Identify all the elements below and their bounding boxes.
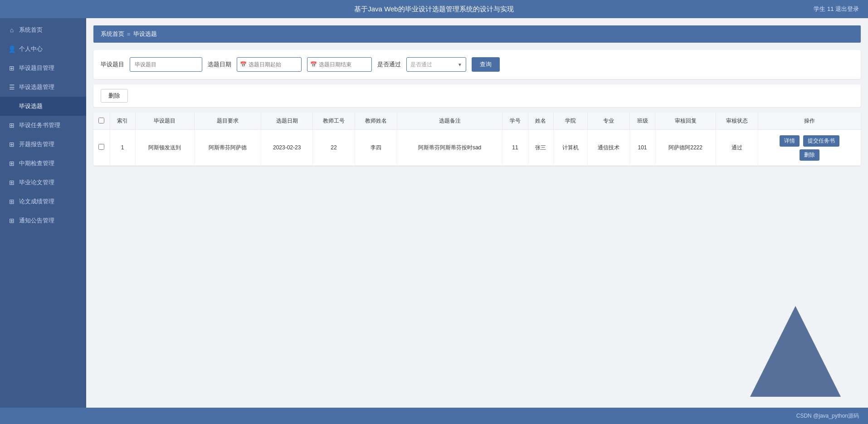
cell-requirement: 阿斯蒂芬阿萨德 bbox=[194, 130, 261, 166]
sidebar-item-thesis-mgmt[interactable]: ⊞ 毕业论文管理 bbox=[0, 173, 86, 192]
col-student-name: 姓名 bbox=[528, 113, 553, 130]
cell-topic: 阿斯顿发送到 bbox=[135, 130, 194, 166]
footer-text: CSDN @java_python源码 bbox=[796, 412, 859, 420]
calendar-icon-end: 📅 bbox=[310, 61, 317, 68]
breadcrumb-separator: ≡ bbox=[127, 31, 131, 38]
sidebar-item-home[interactable]: ⌂ 系统首页 bbox=[0, 20, 86, 39]
sidebar-item-profile[interactable]: 👤 个人中心 bbox=[0, 39, 86, 59]
person-icon: 👤 bbox=[8, 45, 15, 53]
col-requirement: 题目要求 bbox=[194, 113, 261, 130]
cell-review-status: 通过 bbox=[716, 130, 758, 166]
cell-remark: 阿斯蒂芬阿斯蒂芬按时sad bbox=[397, 130, 502, 166]
footer: CSDN @java_python源码 bbox=[0, 408, 868, 424]
col-date: 选题日期 bbox=[261, 113, 312, 130]
grid-icon-1: ⊞ bbox=[8, 64, 15, 72]
submit-task-button[interactable]: 提交任务书 bbox=[803, 135, 839, 147]
row-delete-button[interactable]: 删除 bbox=[800, 149, 819, 161]
cell-student-id: 11 bbox=[502, 130, 528, 166]
cell-review-reply: 阿萨德阿2222 bbox=[655, 130, 716, 166]
cell-major: 通信技术 bbox=[587, 130, 629, 166]
detail-button[interactable]: 详情 bbox=[780, 135, 800, 147]
bar-icon: ⊞ bbox=[8, 198, 15, 205]
col-remark: 选题备注 bbox=[397, 113, 502, 130]
batch-delete-button[interactable]: 删除 bbox=[101, 89, 128, 103]
table-header-row: 索引 毕设题目 题目要求 选题日期 教师工号 教师姓名 选题备注 学号 姓名 学… bbox=[93, 113, 861, 130]
row-checkbox[interactable] bbox=[98, 144, 104, 150]
pass-select[interactable]: 是否通过 是 否 bbox=[407, 58, 466, 71]
sidebar-label-midterm-mgmt: 中期检查管理 bbox=[19, 159, 54, 168]
triangle-decoration bbox=[750, 306, 841, 397]
cell-class: 101 bbox=[629, 130, 655, 166]
col-major: 专业 bbox=[587, 113, 629, 130]
col-review-status: 审核状态 bbox=[716, 113, 758, 130]
list-icon: ☰ bbox=[8, 84, 15, 91]
cell-teacher-name: 李四 bbox=[355, 130, 397, 166]
grid-icon-5: ⊞ bbox=[8, 179, 15, 186]
breadcrumb: 系统首页 ≡ 毕设选题 bbox=[93, 25, 861, 43]
pass-label: 是否通过 bbox=[377, 60, 401, 69]
row-checkbox-cell bbox=[93, 130, 110, 166]
topic-search-input[interactable] bbox=[130, 57, 202, 72]
sidebar-item-selection[interactable]: 毕设选题 bbox=[0, 97, 86, 116]
table-row: 1 阿斯顿发送到 阿斯蒂芬阿萨德 2023-02-23 22 李四 阿斯蒂芬阿斯… bbox=[93, 130, 861, 166]
topbar-title: 基于Java Web的毕业设计选题管理系统的设计与实现 bbox=[354, 5, 513, 14]
sidebar-label-profile: 个人中心 bbox=[19, 45, 43, 53]
cell-teacher-id: 22 bbox=[312, 130, 355, 166]
col-action: 操作 bbox=[758, 113, 861, 130]
col-review-reply: 审核回复 bbox=[655, 113, 716, 130]
cell-index: 1 bbox=[110, 130, 135, 166]
cell-action: 详情 提交任务书 删除 bbox=[758, 130, 861, 166]
search-bar: 毕设题目 选题日期 📅 📅 是否通过 是否通过 是 否 ▼ 查询 bbox=[93, 50, 861, 79]
grid-icon-4: ⊞ bbox=[8, 160, 15, 167]
sidebar-item-notice-mgmt[interactable]: ⊞ 通知公告管理 bbox=[0, 211, 86, 230]
date-start-input[interactable] bbox=[249, 61, 298, 68]
cell-college: 计算机 bbox=[554, 130, 588, 166]
date-start-wrapper: 📅 bbox=[237, 57, 302, 72]
header-checkbox-cell bbox=[93, 113, 110, 130]
sidebar-label-home: 系统首页 bbox=[19, 26, 43, 34]
chart-icon: ⊞ bbox=[8, 217, 15, 224]
calendar-icon-start: 📅 bbox=[240, 61, 247, 68]
topbar: 基于Java Web的毕业设计选题管理系统的设计与实现 学生 11 退出登录 bbox=[0, 0, 868, 18]
pass-select-wrapper: 是否通过 是 否 ▼ bbox=[406, 57, 466, 72]
sidebar-label-score-mgmt: 论文成绩管理 bbox=[19, 197, 54, 206]
main-content: 系统首页 ≡ 毕设选题 毕设题目 选题日期 📅 📅 是否通过 是否通过 是 bbox=[86, 18, 868, 424]
topic-label: 毕设题目 bbox=[101, 60, 124, 69]
date-end-input[interactable] bbox=[319, 61, 369, 68]
sidebar-label-selection: 毕设选题 bbox=[19, 102, 43, 110]
col-class: 班级 bbox=[629, 113, 655, 130]
sidebar-label-task-mgmt: 毕设任务书管理 bbox=[19, 121, 60, 129]
sidebar-label-selection-mgmt: 毕设选题管理 bbox=[19, 83, 54, 91]
col-index: 索引 bbox=[110, 113, 135, 130]
sidebar-item-topic-mgmt[interactable]: ⊞ 毕设题目管理 bbox=[0, 59, 86, 78]
col-student-id: 学号 bbox=[502, 113, 528, 130]
grid-icon-3: ⊞ bbox=[8, 141, 15, 148]
sidebar-item-task-mgmt[interactable]: ⊞ 毕设任务书管理 bbox=[0, 116, 86, 135]
sidebar-label-topic-mgmt: 毕设题目管理 bbox=[19, 64, 54, 72]
col-college: 学院 bbox=[554, 113, 588, 130]
col-topic: 毕设题目 bbox=[135, 113, 194, 130]
table-container: 索引 毕设题目 题目要求 选题日期 教师工号 教师姓名 选题备注 学号 姓名 学… bbox=[93, 113, 861, 166]
cell-student-name: 张三 bbox=[528, 130, 553, 166]
date-end-wrapper: 📅 bbox=[307, 57, 372, 72]
col-teacher-id: 教师工号 bbox=[312, 113, 355, 130]
sidebar-label-notice-mgmt: 通知公告管理 bbox=[19, 217, 54, 225]
home-icon: ⌂ bbox=[8, 26, 15, 34]
grid-icon-2: ⊞ bbox=[8, 122, 15, 129]
breadcrumb-current: 毕设选题 bbox=[133, 30, 157, 38]
date-label: 选题日期 bbox=[208, 60, 231, 69]
action-bar: 删除 bbox=[93, 84, 861, 107]
query-button[interactable]: 查询 bbox=[472, 57, 500, 72]
col-teacher-name: 教师姓名 bbox=[355, 113, 397, 130]
sidebar-item-selection-mgmt[interactable]: ☰ 毕设选题管理 bbox=[0, 78, 86, 97]
sidebar-item-score-mgmt[interactable]: ⊞ 论文成绩管理 bbox=[0, 192, 86, 211]
breadcrumb-home: 系统首页 bbox=[101, 30, 124, 38]
sidebar-item-midterm-mgmt[interactable]: ⊞ 中期检查管理 bbox=[0, 154, 86, 173]
select-all-checkbox[interactable] bbox=[98, 118, 104, 123]
action-row-top: 详情 提交任务书 bbox=[779, 134, 840, 148]
action-buttons-group: 详情 提交任务书 删除 bbox=[761, 134, 858, 161]
sidebar-item-report-mgmt[interactable]: ⊞ 开题报告管理 bbox=[0, 135, 86, 154]
cell-date: 2023-02-23 bbox=[261, 130, 312, 166]
selection-table: 索引 毕设题目 题目要求 选题日期 教师工号 教师姓名 选题备注 学号 姓名 学… bbox=[93, 113, 861, 166]
sidebar: ⌂ 系统首页 👤 个人中心 ⊞ 毕设题目管理 ☰ 毕设选题管理 毕设选题 ⊞ 毕… bbox=[0, 18, 86, 424]
